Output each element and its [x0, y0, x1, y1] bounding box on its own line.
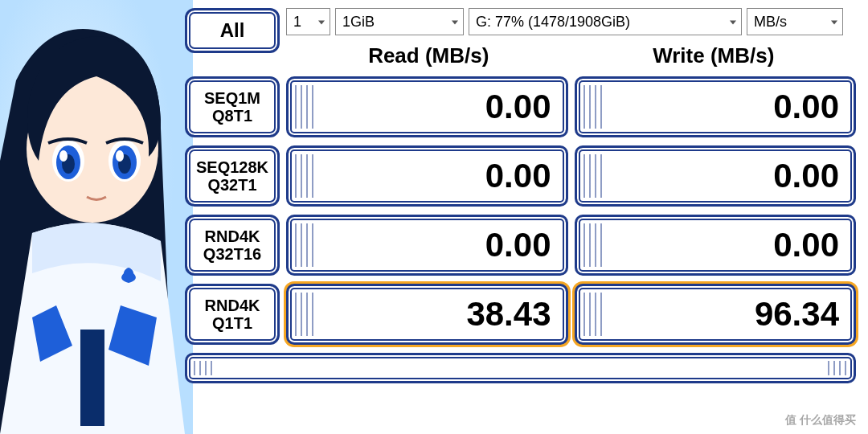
read-value: 0.00 — [485, 88, 551, 126]
read-value: 0.00 — [485, 226, 551, 264]
write-value: 0.00 — [773, 226, 839, 264]
test-label-2: Q1T1 — [212, 314, 252, 332]
read-result: 0.00 — [286, 76, 568, 137]
test-label-1: RND4K — [205, 227, 260, 245]
all-button[interactable]: All — [185, 8, 280, 53]
drive-select[interactable]: G: 77% (1478/1908GiB) — [469, 8, 742, 35]
write-result: 0.00 — [575, 145, 857, 207]
test-row: SEQ128KQ32T10.000.00 — [185, 145, 856, 207]
test-label-1: SEQ1M — [204, 89, 260, 107]
test-label-2: Q32T16 — [203, 245, 261, 263]
test-row: RND4KQ32T160.000.00 — [185, 215, 856, 276]
test-button[interactable]: SEQ128KQ32T1 — [185, 145, 280, 207]
watermark: 值 什么值得买 — [785, 413, 856, 428]
size-select[interactable]: 1GiB — [335, 8, 464, 35]
all-button-label: All — [220, 19, 245, 42]
runs-value: 1 — [293, 14, 301, 31]
read-value: 38.43 — [466, 295, 551, 334]
test-button[interactable]: SEQ1MQ8T1 — [185, 76, 280, 137]
write-result: 0.00 — [575, 76, 857, 137]
read-column-header: Read (MB/s) — [286, 43, 571, 68]
write-result: 0.00 — [575, 215, 857, 276]
status-bar — [185, 353, 856, 383]
drive-value: G: 77% (1478/1908GiB) — [476, 14, 630, 31]
write-column-header: Write (MB/s) — [571, 43, 857, 68]
test-label-2: Q32T1 — [207, 176, 256, 194]
test-label-2: Q8T1 — [212, 107, 252, 125]
test-button[interactable]: RND4KQ1T1 — [185, 284, 280, 345]
read-result: 0.00 — [286, 145, 568, 207]
test-row: RND4KQ1T138.4396.34 — [185, 284, 856, 345]
write-value: 96.34 — [755, 295, 839, 334]
read-value: 0.00 — [485, 157, 551, 195]
read-result: 38.43 — [286, 284, 568, 345]
test-row: SEQ1MQ8T10.000.00 — [185, 76, 856, 137]
test-label-1: RND4K — [205, 297, 260, 314]
size-value: 1GiB — [342, 14, 375, 31]
read-result: 0.00 — [286, 215, 568, 276]
write-value: 0.00 — [773, 88, 839, 126]
test-button[interactable]: RND4KQ32T16 — [185, 215, 280, 276]
runs-select[interactable]: 1 — [286, 8, 330, 35]
write-value: 0.00 — [773, 157, 839, 195]
unit-value: MB/s — [754, 14, 787, 31]
unit-select[interactable]: MB/s — [747, 8, 843, 35]
write-result: 96.34 — [575, 284, 857, 345]
test-label-1: SEQ128K — [196, 158, 268, 176]
